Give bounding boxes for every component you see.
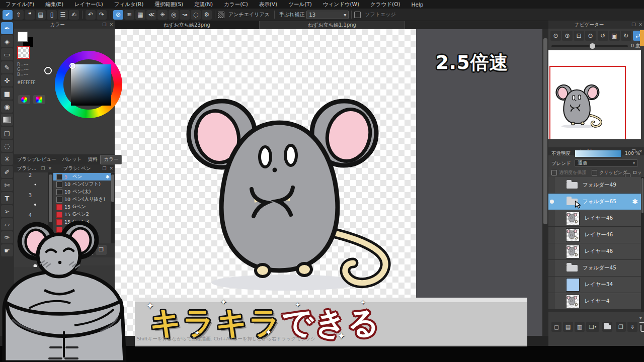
tab-color[interactable]: カラー bbox=[100, 155, 122, 164]
move-tool[interactable]: ✜ bbox=[1, 74, 13, 86]
navigator-preview[interactable] bbox=[548, 50, 641, 139]
edit-button[interactable]: ✍ bbox=[69, 10, 79, 20]
grid-ruler-button[interactable]: ▦ bbox=[135, 10, 145, 20]
menu-help[interactable]: Help bbox=[406, 2, 429, 8]
size-item[interactable]: 3 bbox=[14, 193, 46, 198]
new-paper-layer-button[interactable]: ▥ bbox=[575, 322, 585, 332]
size-dot[interactable] bbox=[35, 184, 36, 186]
menu-layer[interactable]: レイヤー(L) bbox=[69, 1, 109, 8]
gradient-tool[interactable] bbox=[1, 114, 13, 126]
rotation-slider-thumb[interactable] bbox=[590, 43, 595, 49]
tab-material[interactable]: 資料 bbox=[85, 155, 100, 164]
new-layer-menu-button[interactable]: ❏ ▾ bbox=[586, 322, 599, 332]
rotate-cw-button[interactable]: ↻ bbox=[621, 31, 631, 41]
layer-row[interactable]: レイヤー46 bbox=[548, 227, 641, 243]
tab-palette[interactable]: パレット bbox=[59, 155, 85, 164]
popout-icon[interactable]: ❐ bbox=[41, 166, 45, 171]
doc-tab-inactive[interactable]: ねずお立ち絵1.1png bbox=[259, 21, 405, 29]
object-tool[interactable]: ➢ bbox=[1, 205, 13, 217]
circle-ruler-button[interactable]: ◌ bbox=[191, 10, 201, 20]
brush-gear-icon[interactable]: ✱ bbox=[106, 174, 110, 179]
clipping-checkbox[interactable]: クリッピング bbox=[592, 169, 627, 176]
memo-button[interactable]: ▤ bbox=[36, 10, 46, 20]
fill-tool[interactable]: ◉ bbox=[1, 101, 13, 113]
color-wheel-button[interactable] bbox=[18, 95, 30, 104]
layer-visibility-gutter[interactable] bbox=[548, 177, 555, 193]
layer-visibility-gutter[interactable] bbox=[548, 293, 555, 309]
menu-window[interactable]: ウィンドウ(W) bbox=[317, 1, 365, 8]
list-button[interactable]: ☰ bbox=[58, 10, 68, 20]
close-icon[interactable]: ✕ bbox=[109, 166, 113, 171]
close-icon[interactable]: ✕ bbox=[48, 166, 52, 171]
selection-erase-tool[interactable]: ✄ bbox=[1, 179, 13, 191]
comment-button[interactable]: ❝ bbox=[25, 10, 35, 20]
close-icon[interactable]: ✕ bbox=[109, 22, 113, 27]
eye-dot-icon[interactable] bbox=[550, 200, 554, 204]
size-item[interactable]: 4 bbox=[14, 213, 46, 218]
layer-visibility-gutter[interactable] bbox=[548, 277, 555, 293]
size-item[interactable]: 2 bbox=[14, 172, 46, 178]
close-icon[interactable]: ✕ bbox=[638, 22, 642, 27]
parallel-ruler-button[interactable]: ≋ bbox=[124, 10, 134, 20]
layer-visibility-gutter[interactable] bbox=[548, 194, 555, 210]
brush-item[interactable]: 10 ペン(入り抜き) bbox=[53, 196, 112, 203]
layer-row[interactable]: レイヤー34 bbox=[548, 277, 641, 293]
symmetry-ruler-button[interactable]: ≪ bbox=[146, 10, 156, 20]
curve-ruler-button[interactable]: ↝ bbox=[180, 10, 190, 20]
brush-item-selected[interactable]: 5 ペン ✱ bbox=[53, 173, 112, 180]
stabilization-select[interactable]: 13 ▾ bbox=[306, 11, 349, 19]
main-color-swatch[interactable] bbox=[18, 32, 28, 42]
ruler-settings-button[interactable]: ⚙ bbox=[202, 10, 212, 20]
tab-brush-preview[interactable]: ブラシプレビュー bbox=[14, 155, 59, 164]
rotate-ccw-button[interactable]: ↺ bbox=[598, 31, 608, 41]
lasso-tool[interactable]: ◌ bbox=[1, 140, 13, 152]
magic-wand-tool[interactable]: ✳ bbox=[1, 153, 13, 165]
menu-selection[interactable]: 選択範囲(S) bbox=[149, 1, 189, 8]
popout-icon[interactable]: ❐ bbox=[102, 166, 106, 171]
eraser-tool[interactable]: ◈ bbox=[1, 35, 13, 47]
protect-alpha-checkbox[interactable]: 透明度を保護 bbox=[551, 169, 586, 176]
antialias-icon[interactable] bbox=[218, 12, 224, 18]
brush-tool[interactable]: ✒ bbox=[1, 22, 13, 34]
menu-ruler[interactable]: 定規(N) bbox=[189, 1, 218, 8]
scroll-down-icon[interactable]: ▼ bbox=[639, 316, 642, 320]
layer-visibility-gutter[interactable] bbox=[548, 260, 555, 276]
new-layer-button[interactable]: ▢ bbox=[551, 322, 561, 332]
menu-cloud[interactable]: クラウド(O) bbox=[365, 1, 406, 8]
selection-tool[interactable]: ■ bbox=[1, 87, 13, 100]
layer-row[interactable]: レイヤー4 bbox=[548, 293, 641, 309]
layer-scrollbar[interactable] bbox=[641, 177, 644, 312]
figure-tool[interactable]: ▭ bbox=[1, 48, 13, 60]
brush-item[interactable]: 10 ペン(ソフト) bbox=[53, 180, 112, 188]
brush-item[interactable]: 15 Gペン bbox=[53, 203, 112, 211]
menu-tool[interactable]: ツール(T) bbox=[283, 1, 317, 8]
blend-select[interactable]: 通過 ▾ bbox=[575, 159, 638, 167]
sv-marker[interactable] bbox=[69, 63, 75, 69]
layer-row[interactable]: フォルダー45 bbox=[548, 260, 641, 276]
hsv-square[interactable] bbox=[71, 64, 111, 106]
layer-row[interactable]: レイヤー46 bbox=[548, 243, 641, 259]
popout-icon[interactable]: ❐ bbox=[631, 22, 635, 27]
merge-layer-button[interactable]: ⇩ bbox=[627, 322, 637, 332]
layer-row[interactable]: フォルダー49 bbox=[548, 177, 641, 193]
export-button[interactable]: ⇧ bbox=[14, 10, 24, 20]
zoom-in-button[interactable]: ⊕ bbox=[562, 31, 573, 41]
popout-icon[interactable]: ❐ bbox=[102, 22, 106, 27]
menu-file[interactable]: ファイル(F) bbox=[0, 1, 40, 8]
brush-item[interactable]: 15 Gペン2 bbox=[53, 211, 112, 218]
canvas-area[interactable]: 2.5倍速 bbox=[115, 29, 542, 336]
menu-edit[interactable]: 編集(E) bbox=[40, 1, 69, 8]
fit-screen-button[interactable]: ⊡ bbox=[574, 31, 584, 41]
new-folder-button[interactable] bbox=[602, 322, 612, 332]
zoom-out-button[interactable]: ⊖ bbox=[585, 31, 596, 41]
reset-rotation-button[interactable]: ▣ bbox=[609, 31, 620, 41]
concentric-ruler-button[interactable]: ◎ bbox=[169, 10, 179, 20]
layer-visibility-gutter[interactable] bbox=[548, 210, 555, 226]
correct-line-tool[interactable]: ✎ bbox=[1, 61, 13, 73]
menu-filter[interactable]: フィルタ(R) bbox=[109, 1, 149, 8]
zoom-100-button[interactable]: ⊙ bbox=[550, 31, 561, 41]
duplicate-layer-button[interactable]: ❐ bbox=[616, 322, 626, 332]
layer-gear-icon[interactable]: ✱ bbox=[632, 198, 638, 206]
menu-color[interactable]: カラー(C) bbox=[218, 1, 254, 8]
rotation-slider[interactable] bbox=[551, 45, 628, 47]
